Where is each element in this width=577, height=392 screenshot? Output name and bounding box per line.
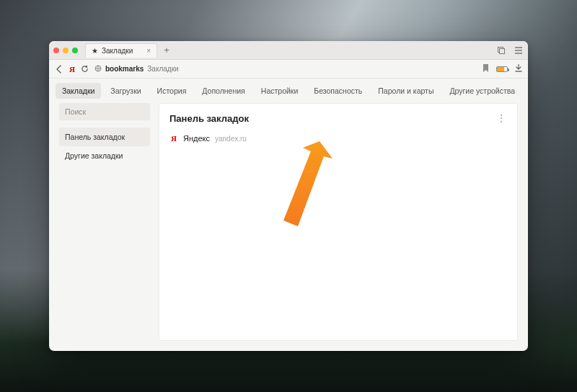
- reload-button[interactable]: [81, 65, 89, 73]
- window-controls: [53, 48, 78, 53]
- minimize-window-button[interactable]: [63, 48, 69, 53]
- search-placeholder: Поиск: [65, 107, 86, 116]
- bookmark-title: Яндекс: [183, 134, 210, 143]
- desktop-wallpaper: ★ Закладки × + Я: [0, 0, 577, 392]
- menu-icon[interactable]: [514, 45, 524, 55]
- tab-title: Закладки: [102, 47, 133, 55]
- address-bar[interactable]: bookmarks Закладки: [94, 65, 477, 74]
- site-identity-icon: [94, 65, 102, 74]
- address-host: bookmarks: [105, 65, 144, 73]
- bookmark-page-icon[interactable]: [483, 64, 489, 74]
- panel-title: Панель закладок: [169, 113, 249, 124]
- back-button[interactable]: [55, 65, 63, 74]
- close-window-button[interactable]: [53, 48, 59, 53]
- panel-menu-icon[interactable]: ⋮: [496, 112, 507, 124]
- sidebar-item-bookmarks-bar[interactable]: Панель закладок: [59, 128, 150, 146]
- search-input[interactable]: Поиск: [59, 103, 150, 120]
- nav-tab-bookmarks[interactable]: Закладки: [56, 83, 101, 99]
- browser-tab[interactable]: ★ Закладки ×: [85, 43, 157, 58]
- nav-tab-devices[interactable]: Другие устройства: [443, 83, 521, 99]
- content-area: Поиск Панель закладок Другие закладки Па…: [49, 103, 528, 351]
- bookmark-url: yandex.ru: [215, 135, 247, 143]
- bookmark-star-icon: ★: [92, 47, 98, 55]
- toolbar: Я bookmarks Закладки: [49, 60, 528, 79]
- bookmarks-panel: Панель закладок ⋮ Я Яндекс yandex.ru: [159, 103, 518, 341]
- tab-strip: ★ Закладки × +: [49, 41, 528, 60]
- svg-marker-7: [283, 141, 332, 226]
- downloads-icon[interactable]: [515, 64, 522, 74]
- bookmark-row[interactable]: Я Яндекс yandex.ru: [169, 134, 507, 143]
- maximize-window-button[interactable]: [72, 48, 78, 53]
- new-tab-button[interactable]: +: [160, 44, 173, 57]
- browser-window: ★ Закладки × + Я: [49, 41, 528, 351]
- copy-tabs-icon[interactable]: [496, 45, 506, 55]
- bookmark-favicon: Я: [169, 134, 178, 143]
- nav-tab-passwords[interactable]: Пароли и карты: [371, 83, 440, 99]
- nav-tab-downloads[interactable]: Загрузки: [104, 83, 147, 99]
- sidebar-item-other-bookmarks[interactable]: Другие закладки: [59, 146, 150, 165]
- svg-rect-1: [500, 48, 505, 53]
- address-path: Закладки: [147, 65, 178, 73]
- yandex-logo-icon[interactable]: Я: [69, 65, 75, 74]
- settings-nav: Закладки Загрузки История Дополнения Нас…: [49, 79, 528, 103]
- annotation-arrow-icon: [269, 141, 348, 235]
- tab-close-icon[interactable]: ×: [146, 47, 151, 55]
- sidebar: Поиск Панель закладок Другие закладки: [59, 103, 150, 341]
- nav-tab-addons[interactable]: Дополнения: [195, 83, 251, 99]
- nav-tab-security[interactable]: Безопасность: [307, 83, 369, 99]
- nav-tab-history[interactable]: История: [151, 83, 193, 99]
- nav-tab-settings[interactable]: Настройки: [255, 83, 305, 99]
- battery-icon: [496, 66, 508, 72]
